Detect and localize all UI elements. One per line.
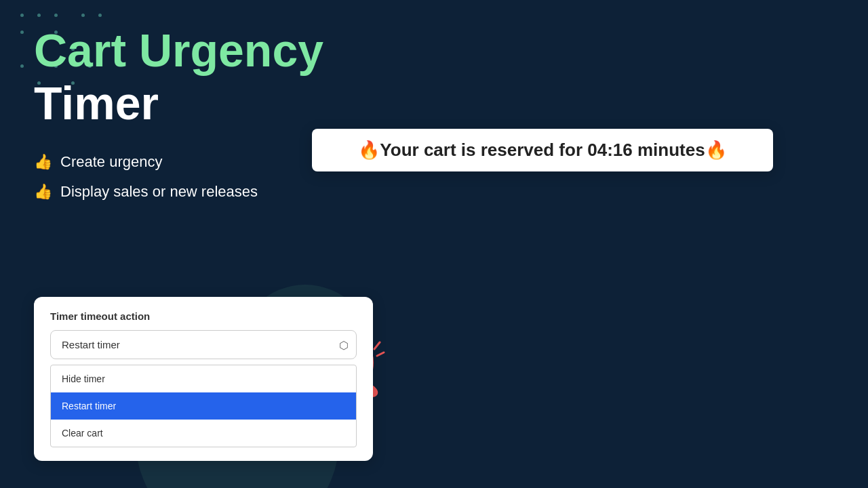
main-title-line1: Cart Urgency — [34, 27, 441, 73]
cart-modal-wrapper: X Shopping Cart Add $50.00 to get Free S… — [481, 34, 807, 474]
timer-config-card: Timer timeout action Restart timer ⬡ Hid… — [34, 297, 373, 461]
option-restart-timer[interactable]: Restart timer — [51, 392, 356, 420]
feature-item-2: 👍 Display sales or new releases — [34, 183, 441, 201]
timer-config-label: Timer timeout action — [50, 310, 357, 322]
urgency-text: 🔥Your cart is reserved for 04:16 minutes… — [358, 140, 726, 160]
option-clear-cart[interactable]: Clear cart — [51, 420, 356, 447]
thumbsup-icon-2: 👍 — [34, 183, 52, 201]
main-title-line2: Timer — [34, 80, 441, 126]
svg-line-9 — [374, 342, 380, 349]
timer-select-wrapper[interactable]: Restart timer ⬡ — [50, 330, 357, 359]
urgency-banner: 🔥Your cart is reserved for 04:16 minutes… — [312, 129, 773, 171]
feature-text-1: Create urgency — [60, 153, 162, 171]
option-hide-timer[interactable]: Hide timer — [51, 365, 356, 392]
feature-text-2: Display sales or new releases — [60, 183, 258, 201]
thumbsup-icon-1: 👍 — [34, 153, 52, 171]
timer-dropdown-options: Hide timer Restart timer Clear cart — [50, 365, 357, 447]
svg-line-10 — [377, 352, 384, 356]
timer-select[interactable]: Restart timer — [50, 330, 357, 359]
